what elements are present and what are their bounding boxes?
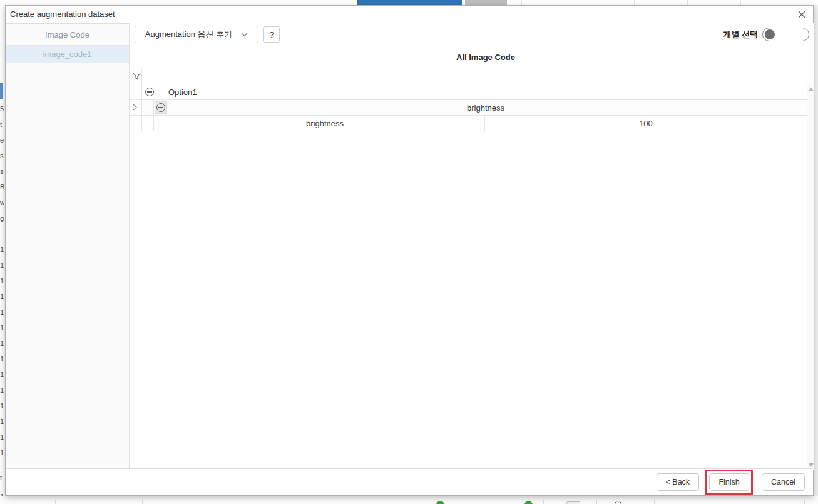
dialog-footer: < Back Finish Cancel (6, 468, 813, 495)
background-partial-text: 1 (0, 449, 4, 456)
background-inactive-tab (465, 0, 507, 5)
dialog-title: Create augmentation dataset (10, 9, 115, 19)
background-partial-text: 1 (0, 355, 4, 363)
background-partial-text: 1 (0, 324, 4, 331)
scroll-down-icon[interactable] (809, 463, 814, 467)
background-column-separator (543, 500, 544, 504)
focused-row-arrow-icon (133, 104, 137, 111)
background-partial-text: 1 (0, 293, 4, 300)
grid-subgroup-row-brightness[interactable]: brightness (130, 100, 807, 116)
background-partial-text: 1 (0, 371, 4, 378)
grid-filter-row[interactable] (130, 68, 807, 84)
add-augmentation-option-label: Augmentation 옵션 추가 (145, 29, 232, 40)
param-value-cell[interactable]: 100 (484, 116, 807, 131)
background-tab-separator (581, 0, 581, 5)
collapse-icon[interactable] (145, 88, 154, 96)
vertical-scrollbar[interactable] (807, 84, 814, 470)
subgroup-row-label: brightness (165, 100, 807, 116)
background-app-top-strip (0, 0, 818, 5)
background-partial-text: 1 (0, 308, 4, 316)
filter-icon (132, 72, 141, 81)
background-partial-text: 1 (0, 261, 4, 269)
toolbar: Augmentation 옵션 추가 ? 개별 선택 (130, 23, 814, 46)
finish-button-annotation: Finish (705, 470, 753, 495)
dialog-create-augmentation-dataset: Create augmentation dataset Image Code i… (5, 5, 814, 496)
background-partial-text: t (0, 121, 4, 128)
background-partial-text: e (0, 136, 4, 144)
dialog-titlebar: Create augmentation dataset (6, 6, 813, 23)
background-partial-text: s (0, 152, 4, 159)
background-tab-separator (687, 0, 688, 5)
image-code-panel-header: Image Code (6, 24, 129, 46)
grid-column-header: All Image Code (165, 46, 807, 68)
background-partial-text: 1 (0, 386, 4, 394)
background-partial-text: 5 (0, 105, 4, 113)
background-column-separator (142, 500, 143, 504)
background-partial-text: w (0, 199, 4, 206)
background-partial-text: B (0, 183, 4, 191)
background-column-separator (596, 500, 597, 504)
background-selected-row (0, 83, 3, 99)
chevron-down-icon (241, 33, 248, 37)
status-ok-icon (436, 501, 444, 504)
status-ok-icon (524, 501, 533, 504)
dialog-main-area: Augmentation 옵션 추가 ? 개별 선택 All Image Cod… (130, 23, 814, 470)
param-name-cell[interactable]: brightness (165, 116, 484, 131)
background-app-right-strip (814, 5, 818, 496)
background-active-tab (357, 0, 462, 5)
background-partial-text: 1 (0, 402, 4, 410)
scroll-up-icon[interactable] (809, 88, 814, 91)
background-column-separator (654, 500, 655, 504)
background-app-left-strip: 5tessBwg11111111111111t1 (0, 5, 5, 496)
individual-select-label: 개별 선택 (723, 29, 758, 40)
background-partial-text: 1 (0, 433, 4, 441)
back-button[interactable]: < Back (657, 473, 700, 491)
background-partial-text: t (0, 474, 4, 481)
background-column-separator (484, 500, 484, 504)
background-app-bottom-strip (0, 496, 818, 504)
circle-icon (615, 501, 621, 504)
group-row-label: Option1 (168, 84, 197, 100)
background-partial-text: 1 (0, 246, 4, 253)
background-tab-separator (794, 0, 794, 5)
background-tab-separator (634, 0, 635, 5)
background-partial-text: 1 (0, 418, 4, 425)
augmentation-options-grid: All Image Code Option1 brig (130, 46, 814, 470)
background-column-separator (55, 500, 56, 504)
grid-group-row-option1[interactable]: Option1 (130, 84, 807, 100)
background-partial-text: 1 (0, 340, 4, 347)
image-code-panel: Image Code image_code1 (6, 23, 130, 470)
individual-select-toggle[interactable] (762, 28, 809, 41)
background-tab-separator (740, 0, 741, 5)
grid-header-row: All Image Code (130, 46, 807, 68)
background-tab-separator (521, 0, 522, 5)
sidebar-item-image-code1[interactable]: image_code1 (6, 46, 129, 63)
close-icon[interactable] (795, 8, 808, 21)
background-partial-text: g (0, 214, 4, 222)
background-partial-text: 1 (0, 277, 4, 285)
add-augmentation-option-dropdown[interactable]: Augmentation 옵션 추가 (135, 26, 258, 43)
background-chip (566, 501, 580, 504)
toggle-knob (765, 29, 775, 39)
cancel-button[interactable]: Cancel (762, 473, 805, 491)
background-column-separator (399, 500, 399, 504)
finish-button[interactable]: Finish (709, 473, 749, 491)
help-button[interactable]: ? (263, 26, 280, 43)
grid-detail-row[interactable]: brightness 100 (130, 116, 807, 131)
background-column-separator (804, 500, 805, 504)
background-partial-text: s (0, 168, 4, 175)
